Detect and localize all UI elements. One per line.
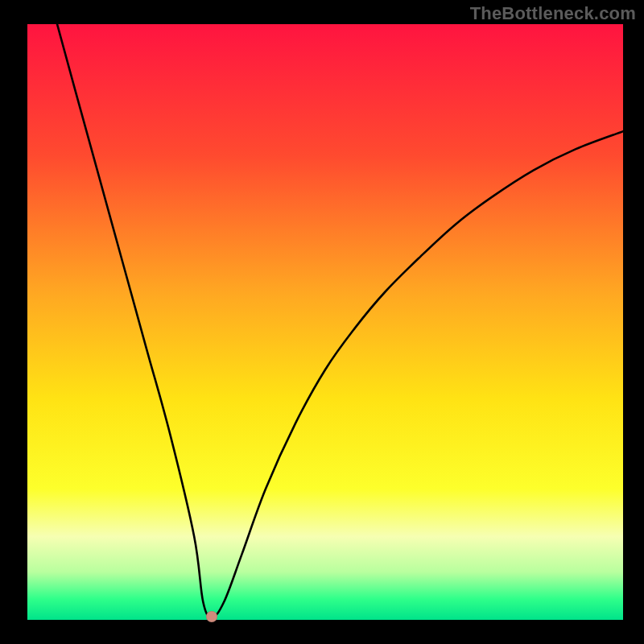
chart-frame: TheBottleneck.com [0,0,644,644]
watermark-text: TheBottleneck.com [470,3,636,24]
optimal-point-marker [206,611,217,622]
chart-svg [27,24,623,620]
chart-background [27,24,623,620]
plot-area [27,24,623,620]
